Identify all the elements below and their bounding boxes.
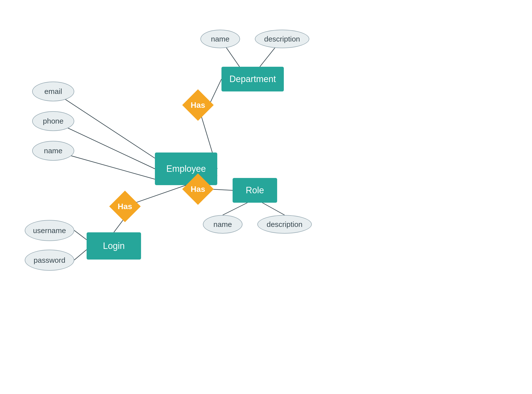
entity-department: Department — [221, 67, 284, 91]
svg-line-4 — [209, 79, 221, 105]
attr-dept-desc: description — [255, 30, 309, 48]
er-diagram: Employee Department Login Role Has Has H… — [0, 0, 532, 394]
attr-role-name: name — [203, 215, 242, 234]
attr-email: email — [32, 82, 74, 101]
attr-emp-name: name — [32, 141, 74, 161]
svg-line-10 — [262, 203, 285, 215]
entity-role: Role — [233, 178, 277, 203]
attr-password: password — [25, 250, 74, 271]
diamond-has-dept: Has — [182, 89, 214, 121]
attr-role-desc: description — [257, 215, 312, 234]
svg-line-9 — [223, 203, 247, 215]
entity-employee: Employee — [155, 153, 217, 185]
attr-dept-name: name — [200, 30, 240, 48]
svg-line-14 — [74, 250, 87, 260]
svg-line-13 — [74, 230, 87, 240]
diamond-has-login: Has — [109, 191, 141, 222]
entity-login: Login — [87, 232, 141, 260]
attr-phone: phone — [32, 111, 74, 131]
attr-username: username — [25, 220, 74, 241]
